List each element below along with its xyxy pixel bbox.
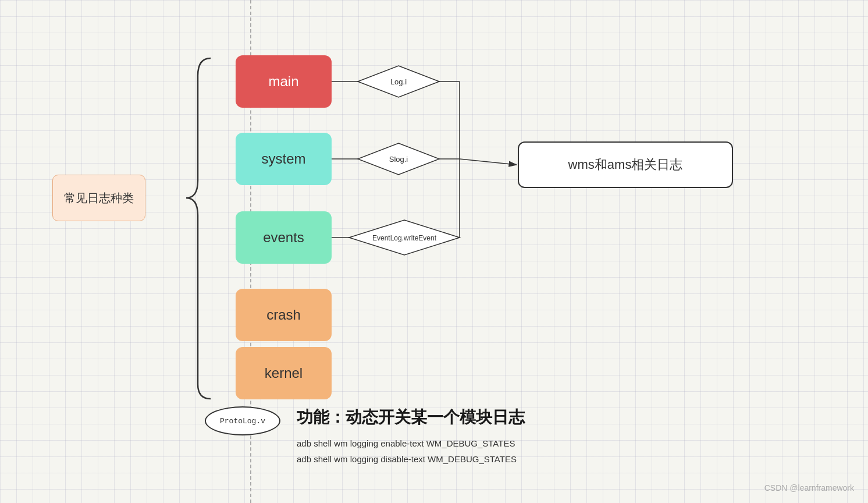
- left-label-text: 常见日志种类: [64, 190, 134, 206]
- node-system: system: [236, 133, 332, 185]
- svg-marker-7: [349, 220, 460, 255]
- svg-marker-5: [358, 143, 439, 175]
- node-kernel: kernel: [236, 347, 332, 399]
- node-kernel-label: kernel: [265, 365, 303, 381]
- diagram-container: Log.i Slog.i EventLog.writeEvent 常见日志种类 …: [0, 0, 868, 503]
- node-main-label: main: [268, 73, 298, 90]
- node-crash: crash: [236, 289, 332, 341]
- code-line-1: adb shell wm logging enable-text WM_DEBU…: [297, 435, 517, 451]
- svg-text:EventLog.writeEvent: EventLog.writeEvent: [372, 234, 437, 242]
- svg-marker-3: [358, 66, 439, 97]
- bottom-code-block: adb shell wm logging enable-text WM_DEBU…: [297, 435, 517, 467]
- svg-text:Log.i: Log.i: [390, 77, 407, 86]
- code-line-2: adb shell wm logging disable-text WM_DEB…: [297, 451, 517, 467]
- right-box-label: wms和ams相关日志: [568, 156, 683, 173]
- left-label-box: 常见日志种类: [52, 175, 145, 221]
- node-crash-label: crash: [266, 307, 301, 323]
- right-box: wms和ams相关日志: [518, 141, 733, 188]
- oval-label: ProtoLog.v: [220, 417, 265, 426]
- node-events-label: events: [263, 229, 304, 246]
- svg-text:Slog.i: Slog.i: [389, 155, 408, 164]
- watermark: CSDN @learnframework: [764, 483, 854, 493]
- watermark-text: CSDN @learnframework: [764, 483, 854, 493]
- bottom-heading-text: 功能：动态开关某一个模块日志: [297, 408, 525, 426]
- node-main: main: [236, 55, 332, 108]
- bottom-oval: ProtoLog.v: [205, 406, 280, 435]
- node-events: events: [236, 211, 332, 264]
- node-system-label: system: [261, 151, 305, 167]
- bottom-heading: 功能：动态开关某一个模块日志: [297, 406, 525, 428]
- svg-line-12: [460, 159, 517, 165]
